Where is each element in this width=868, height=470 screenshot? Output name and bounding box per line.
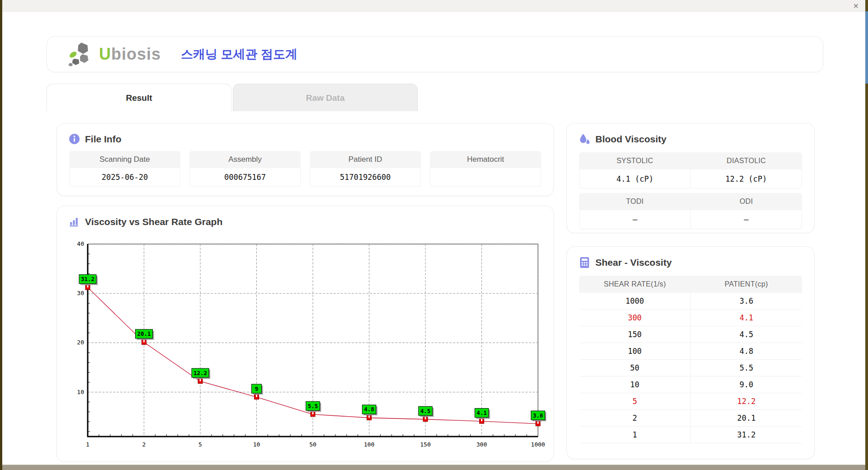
- svg-text:100: 100: [364, 441, 374, 448]
- systolic-value: 4.1 (cP): [579, 169, 690, 188]
- patient-cell: 31.2: [690, 427, 802, 443]
- shear-cell: 50: [579, 360, 690, 376]
- tab-bar: Result Raw Data: [47, 84, 418, 111]
- field-patient-id: Patient ID 51701926600: [310, 151, 421, 187]
- svg-text:150: 150: [420, 441, 430, 448]
- patient-cell: 20.1: [690, 410, 802, 426]
- scrollbar-thumb[interactable]: [865, 11, 868, 84]
- field-label: Assembly: [189, 151, 301, 168]
- svg-text:12.2: 12.2: [193, 370, 207, 376]
- patient-cell: 4.1: [690, 310, 802, 326]
- shear-cell: 100: [579, 343, 690, 359]
- field-value: 51701926600: [310, 168, 421, 187]
- todi-value: –: [579, 210, 690, 229]
- field-value: [430, 168, 541, 187]
- tab-result[interactable]: Result: [47, 84, 231, 111]
- table-row: 220.1: [579, 410, 802, 427]
- graph-card: Viscosity vs Shear Rate Graph 1020304012…: [57, 206, 554, 462]
- bv-value-row: 4.1 (cP) 12.2 (cP): [579, 169, 802, 188]
- window-titlebar: ×: [2, 0, 865, 12]
- shear-rate-column-header: SHEAR RATE(1/s): [579, 276, 691, 293]
- field-label: Hematocrit: [430, 151, 541, 168]
- shear-viscosity-title: Shear - Viscosity: [595, 257, 672, 268]
- svg-text:4.1: 4.1: [476, 409, 487, 416]
- info-icon: [69, 133, 80, 145]
- field-value: 000675167: [189, 168, 301, 187]
- shear-cell: 1000: [579, 293, 690, 309]
- calculator-icon: [579, 257, 590, 268]
- header-card: Ubiosis 스캐닝 모세관 점도계: [47, 36, 823, 72]
- bv-header-row: SYSTOLIC DIASTOLIC: [579, 152, 802, 169]
- svg-text:5: 5: [198, 441, 202, 448]
- window-edge-bottom: [2, 465, 865, 470]
- brand-logo: Ubiosis: [67, 42, 161, 66]
- window-edge-left: [0, 0, 2, 470]
- patient-cell: 4.8: [690, 343, 802, 359]
- bv-header-row: TODI ODI: [579, 193, 802, 210]
- svg-text:300: 300: [476, 441, 487, 448]
- svg-text:9: 9: [255, 385, 259, 392]
- shear-cell: 10: [579, 376, 690, 393]
- shear-cell: 2: [579, 410, 690, 426]
- sv-header-row: SHEAR RATE(1/s) PATIENT(cp): [579, 276, 802, 293]
- viscosity-shear-chart: 102030401251050100150300100031.220.112.2…: [70, 238, 544, 451]
- table-row: 1004.8: [579, 343, 802, 360]
- field-scanning-date: Scanning Date 2025-06-20: [69, 151, 180, 187]
- shear-cell: 5: [579, 393, 690, 409]
- app-subtitle: 스캐닝 모세관 점도계: [181, 46, 297, 62]
- shear-cell: 1: [579, 427, 690, 443]
- patient-cell: 12.2: [690, 393, 802, 409]
- shear-cell: 150: [579, 326, 690, 343]
- file-info-card: File Info Scanning Date 2025-06-20 Assem…: [57, 123, 554, 196]
- patient-column-header: PATIENT(cp): [691, 276, 802, 293]
- blood-viscosity-title: Blood Viscosity: [595, 134, 666, 145]
- svg-text:20.1: 20.1: [137, 330, 151, 337]
- table-row: 3004.1: [579, 310, 802, 326]
- table-row: 109.0: [579, 376, 802, 393]
- odi-value: –: [690, 210, 802, 229]
- ubiosis-logo-icon: [67, 42, 95, 66]
- field-hematocrit: Hematocrit: [430, 151, 541, 187]
- field-value: 2025-06-20: [69, 168, 180, 187]
- close-icon[interactable]: ×: [853, 1, 859, 10]
- svg-text:30: 30: [77, 290, 84, 296]
- field-assembly: Assembly 000675167: [189, 151, 301, 187]
- svg-text:2: 2: [142, 441, 146, 448]
- patient-cell: 5.5: [690, 360, 802, 376]
- svg-text:40: 40: [77, 240, 84, 247]
- field-label: Scanning Date: [69, 151, 180, 168]
- table-row: 505.5: [579, 360, 802, 376]
- diastolic-header: DIASTOLIC: [691, 152, 802, 169]
- systolic-header: SYSTOLIC: [579, 152, 691, 169]
- patient-cell: 4.5: [690, 326, 802, 343]
- table-row: 10003.6: [579, 293, 802, 310]
- graph-title: Viscosity vs Shear Rate Graph: [85, 216, 222, 227]
- table-row: 131.2: [579, 427, 802, 443]
- bv-value-row: – –: [579, 210, 802, 229]
- svg-text:1000: 1000: [531, 441, 545, 448]
- patient-cell: 9.0: [690, 376, 802, 393]
- svg-text:1: 1: [86, 441, 90, 448]
- svg-text:3.6: 3.6: [533, 412, 543, 419]
- svg-text:50: 50: [309, 441, 316, 448]
- field-label: Patient ID: [310, 151, 421, 168]
- svg-text:5.5: 5.5: [308, 403, 318, 409]
- shear-cell: 300: [579, 310, 690, 326]
- diastolic-value: 12.2 (cP): [690, 169, 802, 188]
- table-row: 512.2: [579, 393, 802, 410]
- svg-text:10: 10: [253, 441, 260, 448]
- svg-text:4.8: 4.8: [364, 406, 374, 413]
- app-window: × Ubiosis 스캐닝 모세관 점도계 Result Raw Data: [0, 0, 868, 470]
- table-row: 1504.5: [579, 326, 802, 343]
- svg-text:31.2: 31.2: [81, 276, 94, 282]
- droplet-icon: [579, 133, 590, 145]
- svg-text:20: 20: [77, 339, 84, 346]
- tab-raw-data[interactable]: Raw Data: [233, 84, 418, 111]
- bar-chart-icon: [69, 216, 80, 227]
- blood-viscosity-card: Blood Viscosity SYSTOLIC DIASTOLIC 4.1 (…: [566, 123, 815, 233]
- todi-header: TODI: [579, 193, 691, 210]
- shear-viscosity-card: Shear - Viscosity SHEAR RATE(1/s) PATIEN…: [566, 246, 815, 459]
- brand-name: Ubiosis: [99, 45, 161, 64]
- file-info-title: File Info: [85, 134, 122, 145]
- odi-header: ODI: [691, 193, 802, 210]
